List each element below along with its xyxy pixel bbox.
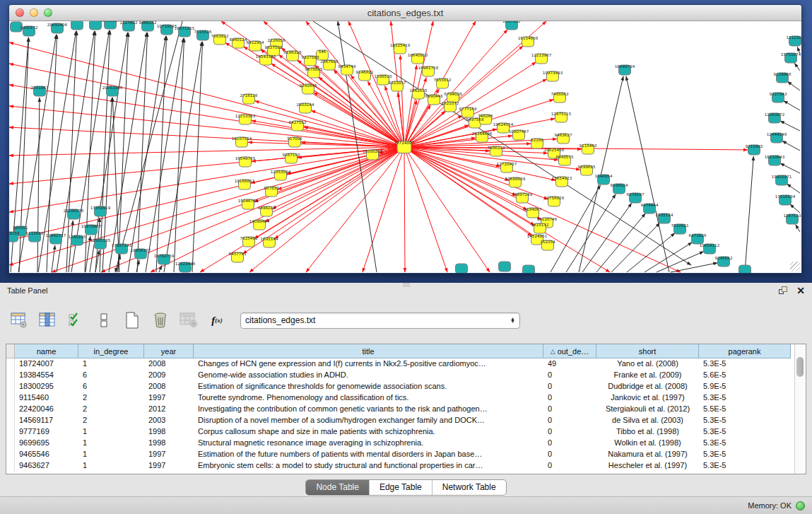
table-cell[interactable]: 9777169: [15, 426, 78, 438]
column-header-outde[interactable]: △out_de…: [543, 344, 596, 358]
network-edge[interactable]: [787, 184, 800, 193]
table-cell[interactable]: 0: [543, 449, 596, 460]
table-cell[interactable]: Structural magnetic resonance image aver…: [194, 438, 543, 449]
table-cell[interactable]: 5.3E-5: [699, 358, 791, 370]
table-cell[interactable]: de Silva et al. (2003): [596, 415, 699, 426]
table-cell[interactable]: 0: [543, 426, 596, 438]
network-edge[interactable]: [159, 265, 162, 272]
network-edge[interactable]: [9, 147, 404, 156]
table-cell[interactable]: 9115460: [15, 392, 78, 404]
column-header-name[interactable]: name: [15, 344, 78, 358]
function-builder-icon[interactable]: f(x): [208, 311, 226, 329]
network-edge[interactable]: [790, 204, 800, 213]
table-cell[interactable]: 0: [543, 438, 596, 449]
network-edge[interactable]: [780, 121, 800, 131]
table-row[interactable]: 1830029562008Estimation of significance …: [6, 381, 792, 392]
network-edge[interactable]: [174, 38, 184, 272]
table-cell[interactable]: Tibbo et al. (1998): [596, 426, 699, 438]
table-cell[interactable]: Corpus callosum shape and size in male p…: [194, 426, 543, 438]
network-edge[interactable]: [255, 101, 404, 147]
network-edge[interactable]: [9, 42, 404, 147]
network-edge[interactable]: [582, 203, 632, 272]
network-edge[interactable]: [796, 225, 800, 232]
table-settings-icon[interactable]: [10, 311, 28, 329]
table-cell[interactable]: 2008: [144, 381, 194, 392]
table-cell[interactable]: 0: [543, 381, 596, 392]
table-cell[interactable]: 2: [78, 392, 144, 404]
network-edge[interactable]: [404, 147, 548, 199]
network-edge[interactable]: [164, 42, 202, 272]
network-edge[interactable]: [780, 163, 800, 173]
table-cell[interactable]: 0: [543, 370, 596, 381]
network-edge[interactable]: [9, 147, 404, 265]
table-cell[interactable]: 1: [78, 358, 144, 370]
table-cell[interactable]: Disruption of a novel member of a sodium…: [194, 415, 543, 426]
table-cell[interactable]: 5.3E-5: [699, 415, 791, 426]
minimize-window-button[interactable]: [30, 8, 38, 17]
column-header-title[interactable]: title: [194, 344, 543, 358]
table-select-dropdown[interactable]: citations_edges.txt ▲▼: [240, 313, 520, 329]
network-edge[interactable]: [657, 252, 704, 272]
network-edge[interactable]: [404, 147, 405, 272]
table-cell[interactable]: 6: [78, 370, 144, 381]
table-row[interactable]: 969969511998Structural magnetic resonanc…: [6, 438, 792, 449]
network-edge[interactable]: [404, 147, 558, 160]
network-edge[interactable]: [404, 21, 433, 147]
network-edge[interactable]: [192, 42, 203, 272]
table-cell[interactable]: Stergiakouli et al. (2012): [596, 404, 699, 415]
table-cell[interactable]: Hescheler et al. (1997): [596, 460, 699, 472]
table-cell[interactable]: 2008: [144, 358, 194, 370]
tab-network-table[interactable]: Network Table: [433, 480, 506, 495]
table-cell[interactable]: 1: [78, 449, 144, 460]
tab-node-table[interactable]: Node Table: [306, 480, 370, 495]
table-cell[interactable]: 9463627: [15, 460, 78, 472]
table-cell[interactable]: 9465546: [15, 449, 78, 460]
table-cell[interactable]: Estimation of the future numbers of pati…: [194, 449, 543, 460]
table-cell[interactable]: 5.5E-5: [699, 404, 791, 415]
column-header-short[interactable]: short: [596, 344, 699, 358]
resize-grip[interactable]: [790, 262, 800, 271]
zoom-window-button[interactable]: [44, 8, 52, 17]
network-edge[interactable]: [745, 156, 753, 272]
table-scrollbar-thumb[interactable]: [796, 357, 804, 377]
table-cell[interactable]: Investigating the contribution of common…: [194, 404, 543, 415]
table-cell[interactable]: 19384554: [15, 370, 78, 381]
table-cell[interactable]: 1998: [144, 426, 194, 438]
table-cell[interactable]: 18724007: [15, 358, 78, 370]
table-cell[interactable]: 5.3E-5: [699, 392, 791, 404]
network-edge[interactable]: [9, 64, 404, 147]
table-cell[interactable]: 1: [78, 460, 144, 472]
close-icon[interactable]: ✕: [796, 286, 805, 296]
table-cell[interactable]: 14569117: [15, 415, 78, 426]
network-canvas[interactable]: 2405572206914061065525715276029466162107…: [9, 21, 801, 273]
network-node[interactable]: [71, 21, 83, 30]
table-cell[interactable]: Tourette syndrome. Phenomenology and cla…: [194, 392, 543, 404]
network-edge[interactable]: [400, 55, 404, 147]
network-edge[interactable]: [626, 76, 669, 272]
select-all-icon[interactable]: [66, 311, 85, 329]
network-graph[interactable]: 2405572206914061065525715276029466162107…: [9, 21, 801, 273]
table-cell[interactable]: Dudbridge et al. (2008): [596, 381, 699, 392]
network-edge[interactable]: [9, 147, 404, 212]
new-table-icon[interactable]: [123, 311, 141, 329]
network-edge[interactable]: [782, 141, 800, 151]
table-row[interactable]: 1456911722003Disruption of a novel membe…: [6, 415, 792, 426]
table-cell[interactable]: 5.6E-5: [699, 370, 791, 381]
table-scrollbar[interactable]: [794, 344, 805, 474]
table-cell[interactable]: 6: [78, 381, 144, 392]
table-cell[interactable]: 1997: [144, 392, 194, 404]
close-window-button[interactable]: [16, 8, 24, 17]
table-cell[interactable]: 1998: [144, 438, 194, 449]
panel-divider-grip[interactable]: [403, 284, 410, 286]
table-cell[interactable]: Genome-wide association studies in ADHD.: [194, 370, 543, 381]
float-window-icon[interactable]: [779, 286, 788, 296]
table-cell[interactable]: Wolkin et al. (1998): [596, 438, 699, 449]
table-cell[interactable]: 22420046: [15, 404, 78, 415]
table-row[interactable]: 977716911998Corpus callosum shape and si…: [6, 426, 792, 438]
table-cell[interactable]: 2009: [144, 370, 194, 381]
row-height-icon[interactable]: [95, 311, 113, 329]
table-cell[interactable]: Estimation of significance thresholds fo…: [194, 381, 543, 392]
network-edge[interactable]: [37, 98, 40, 272]
table-row[interactable]: 946362711997Embryonic stem cells: a mode…: [6, 460, 792, 472]
table-row[interactable]: 2242004622012Investigating the contribut…: [6, 404, 792, 415]
